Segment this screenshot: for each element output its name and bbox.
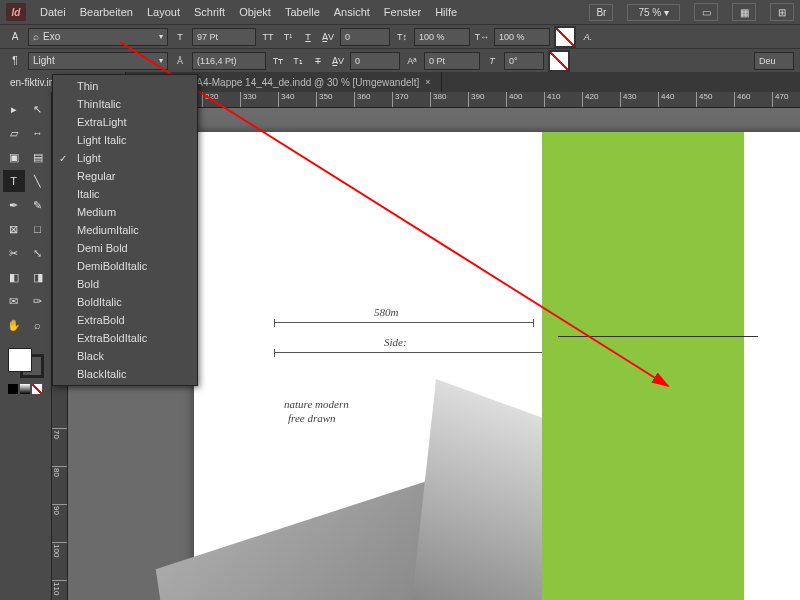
font-size-icon: T [172,29,188,45]
paragraph-formatting-icon[interactable]: ¶ [6,53,24,69]
ruler-tick: 110 [52,580,68,595]
ruler-tick: 360 [354,92,370,108]
page: 580m Side: nature modern free drawn LEBE… [194,132,800,600]
font-style-option[interactable]: BoldItalic [53,293,197,311]
ruler-tick: 90 [52,504,68,515]
arrange-docs-icon[interactable]: ⊞ [770,3,794,21]
menu-ansicht[interactable]: Ansicht [334,6,370,18]
ruler-tick: 440 [658,92,674,108]
charstyle-icon[interactable]: A. [580,29,596,45]
vscale-input[interactable]: 100 % [414,28,470,46]
font-style-option[interactable]: MediumItalic [53,221,197,239]
tool-gap[interactable]: ↔ [27,122,49,144]
ruler-tick: 460 [734,92,750,108]
tool-page[interactable]: ▱ [3,122,25,144]
font-style-option[interactable]: BlackItalic [53,365,197,383]
font-style-option[interactable]: Italic [53,185,197,203]
hscale-input[interactable]: 100 % [494,28,550,46]
leading-input[interactable]: (116,4 Pt) [192,52,266,70]
subscript-icon[interactable]: T₁ [290,53,306,69]
menu-bearbeiten[interactable]: Bearbeiten [80,6,133,18]
thin-rule-line [558,336,758,337]
tool-free-transform[interactable]: ⤡ [27,242,49,264]
toolbox-panel: ▸↖ ▱↔ ▣▤ T╲ ✒✎ ⊠□ ✂⤡ ◧◨ ✉✑ ✋⌕ [0,92,52,600]
font-style-combo[interactable]: Light ▾ [28,52,168,70]
sketch-label: Side: [384,336,407,348]
character-formatting-icon[interactable]: A [6,29,24,45]
green-bar-main: LEBEN [550,132,744,600]
stroke-swatch-none[interactable] [548,50,570,72]
ruler-tick: 320 [202,92,218,108]
menu-tabelle[interactable]: Tabelle [285,6,320,18]
ruler-tick: 420 [582,92,598,108]
menu-datei[interactable]: Datei [40,6,66,18]
font-style-option[interactable]: ExtraLight [53,113,197,131]
apply-gradient-icon[interactable] [20,384,30,394]
tool-line[interactable]: ╲ [27,170,49,192]
strikethrough-icon[interactable]: T [310,53,326,69]
baseline-input[interactable]: 0 Pt [424,52,480,70]
ruler-tick: 380 [430,92,446,108]
tool-pen[interactable]: ✒ [3,194,25,216]
bridge-button[interactable]: Br [589,4,613,21]
tool-selection[interactable]: ▸ [3,98,25,120]
sketch-label: 580m [374,306,398,318]
menu-schrift[interactable]: Schrift [194,6,225,18]
tool-hand[interactable]: ✋ [3,314,25,336]
view-options-icon[interactable]: ▦ [732,3,756,21]
apply-color-icon[interactable] [8,384,18,394]
skew-input[interactable]: 0° [504,52,544,70]
screen-mode-icon[interactable]: ▭ [694,3,718,21]
zoom-dropdown[interactable]: 75 % ▾ [627,4,680,21]
sketch-label: free drawn [288,412,336,424]
font-style-option[interactable]: Demi Bold [53,239,197,257]
baseline-icon: Aª [404,53,420,69]
menu-objekt[interactable]: Objekt [239,6,271,18]
font-size-input[interactable]: 97 Pt [192,28,256,46]
all-caps-icon[interactable]: TT [260,29,276,45]
tool-zoom[interactable]: ⌕ [27,314,49,336]
font-style-option[interactable]: DemiBoldItalic [53,257,197,275]
font-style-dropdown[interactable]: ThinThinItalicExtraLightLight ItalicLigh… [52,74,198,386]
font-style-option[interactable]: Regular [53,167,197,185]
kerning-icon: A̲V [320,29,336,45]
kerning-input[interactable]: 0 [340,28,390,46]
small-caps-icon[interactable]: Tᴛ [270,53,286,69]
font-style-option[interactable]: Bold [53,275,197,293]
font-style-option[interactable]: Black [53,347,197,365]
tool-direct-selection[interactable]: ↖ [27,98,49,120]
close-icon[interactable]: × [425,77,430,87]
font-style-option[interactable]: ThinItalic [53,95,197,113]
tool-gradient-feather[interactable]: ◨ [27,266,49,288]
tool-gradient-swatch[interactable]: ◧ [3,266,25,288]
font-style-option[interactable]: ExtraBoldItalic [53,329,197,347]
tool-content-placer[interactable]: ▤ [27,146,49,168]
tool-type[interactable]: T [3,170,25,192]
fill-stroke-swatch[interactable] [8,348,44,378]
tool-content-collector[interactable]: ▣ [3,146,25,168]
font-style-option[interactable]: Medium [53,203,197,221]
menu-fenster[interactable]: Fenster [384,6,421,18]
tool-rectangle-frame[interactable]: ⊠ [3,218,25,240]
chevron-down-icon: ▾ [159,32,163,41]
underline-icon[interactable]: T [300,29,316,45]
tool-scissors[interactable]: ✂ [3,242,25,264]
font-style-option[interactable]: ExtraBold [53,311,197,329]
menu-hilfe[interactable]: Hilfe [435,6,457,18]
menu-layout[interactable]: Layout [147,6,180,18]
skew-icon: T [484,53,500,69]
superscript-icon[interactable]: T¹ [280,29,296,45]
language-input[interactable]: Deu [754,52,794,70]
tool-eyedropper[interactable]: ✑ [27,290,49,312]
tracking-input[interactable]: 0 [350,52,400,70]
fill-swatch-none[interactable] [554,26,576,48]
tool-pencil[interactable]: ✎ [27,194,49,216]
font-style-option[interactable]: Light Italic [53,131,197,149]
tool-rectangle[interactable]: □ [27,218,49,240]
apply-none-icon[interactable] [32,384,42,394]
font-family-combo[interactable]: ⌕ Exo ▾ [28,28,168,46]
font-style-option[interactable]: Light✓ [53,149,197,167]
ruler-tick: 350 [316,92,332,108]
font-style-option[interactable]: Thin [53,77,197,95]
tool-note[interactable]: ✉ [3,290,25,312]
